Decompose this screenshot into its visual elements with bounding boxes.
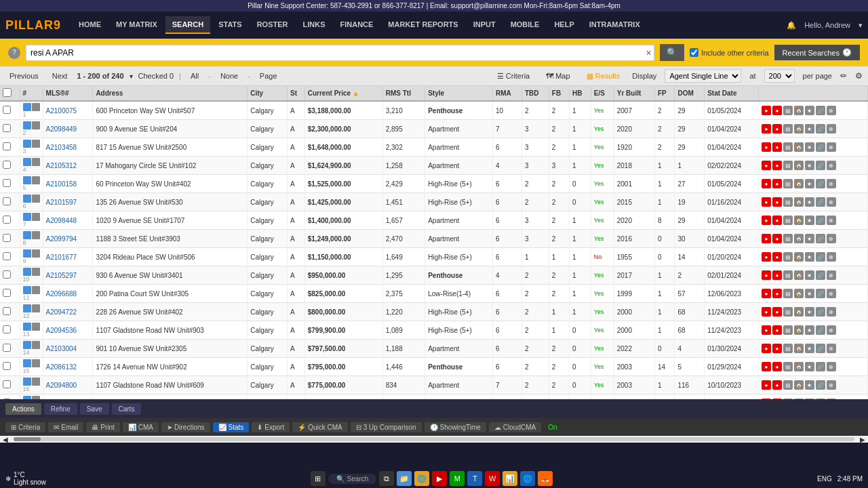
scrollbar-thumb[interactable] bbox=[14, 437, 41, 441]
photo-icon[interactable] bbox=[32, 378, 40, 386]
row-checkbox[interactable] bbox=[3, 325, 11, 333]
nav-home[interactable]: HOME bbox=[72, 16, 108, 34]
red-icon-1[interactable]: ● bbox=[762, 380, 771, 390]
gray-icon-3[interactable]: ★ bbox=[805, 380, 814, 390]
col-price[interactable]: Current Price bbox=[304, 86, 382, 101]
results-table-container[interactable]: # MLS®# Address City St Current Price RM… bbox=[0, 86, 868, 399]
red-icon-1[interactable]: ● bbox=[762, 106, 771, 115]
search-button[interactable]: 🔍 bbox=[660, 44, 684, 61]
red-icon-1[interactable]: ● bbox=[762, 289, 771, 298]
col-rma[interactable]: RMA bbox=[492, 86, 521, 101]
explorer-icon[interactable]: 📁 bbox=[397, 471, 412, 486]
col-fp[interactable]: FP bbox=[654, 86, 674, 101]
all-button[interactable]: All bbox=[186, 70, 203, 81]
app-icon-2[interactable]: M bbox=[450, 471, 465, 486]
mls-link[interactable]: A2105312 bbox=[46, 162, 77, 169]
gray-icon-3[interactable]: ★ bbox=[805, 344, 814, 353]
red-icon-1[interactable]: ● bbox=[762, 270, 771, 280]
mls-link[interactable]: A2096688 bbox=[46, 290, 77, 298]
row-checkbox-cell[interactable] bbox=[0, 101, 20, 120]
gray-icon-4[interactable]: 🔗 bbox=[816, 234, 825, 243]
photo-icon[interactable] bbox=[32, 341, 40, 349]
gray-icon[interactable]: ▤ bbox=[783, 142, 793, 152]
gray-icon-3[interactable]: ★ bbox=[805, 124, 814, 134]
gray-icon[interactable]: ▤ bbox=[783, 325, 793, 335]
house-icon[interactable] bbox=[23, 378, 31, 386]
browser-icon-1[interactable]: 🌐 bbox=[414, 471, 429, 486]
gray-icon-5[interactable]: ⊕ bbox=[827, 307, 836, 317]
nav-search[interactable]: SEARCH bbox=[165, 16, 210, 34]
row-checkbox-cell[interactable] bbox=[0, 230, 20, 248]
red-icon-2[interactable]: ● bbox=[772, 197, 782, 207]
mls-link[interactable]: A2103458 bbox=[46, 144, 77, 151]
house-icon[interactable] bbox=[23, 268, 31, 276]
col-style[interactable]: Style bbox=[425, 86, 493, 101]
gray-icon-4[interactable]: 🔗 bbox=[816, 380, 825, 390]
nav-roster[interactable]: ROSTER bbox=[250, 16, 295, 34]
row-checkbox[interactable] bbox=[3, 142, 11, 150]
photo-icon[interactable] bbox=[32, 158, 40, 166]
red-icon-1[interactable]: ● bbox=[762, 399, 771, 399]
col-tbd[interactable]: TBD bbox=[521, 86, 549, 101]
red-icon-1[interactable]: ● bbox=[762, 252, 771, 262]
gray-icon-4[interactable]: 🔗 bbox=[816, 216, 825, 225]
gear-icon[interactable]: ⚙ bbox=[855, 71, 863, 81]
scroll-right-icon[interactable]: ▶ bbox=[857, 436, 868, 443]
photo-icon[interactable] bbox=[32, 304, 40, 312]
gray-icon-2[interactable]: 🏠 bbox=[794, 325, 804, 335]
gray-icon-2[interactable]: 🏠 bbox=[794, 124, 804, 134]
map-tab[interactable]: 🗺 Map bbox=[542, 70, 574, 81]
red-icon-2[interactable]: ● bbox=[772, 289, 782, 298]
tool-showingtime[interactable]: 🕐 ShowingTime bbox=[425, 422, 486, 432]
row-checkbox-cell[interactable] bbox=[0, 358, 20, 376]
gray-icon-3[interactable]: ★ bbox=[805, 252, 814, 262]
bell-icon[interactable]: 🔔 bbox=[787, 21, 796, 30]
gray-icon-5[interactable]: ⊕ bbox=[827, 106, 836, 115]
row-checkbox[interactable] bbox=[3, 216, 11, 224]
recent-searches-button[interactable]: Recent Searches 🕐 bbox=[774, 45, 860, 60]
photo-icon[interactable] bbox=[32, 213, 40, 221]
row-checkbox[interactable] bbox=[3, 234, 11, 242]
page-count-arrow[interactable]: ▾ bbox=[130, 73, 133, 80]
row-checkbox[interactable] bbox=[3, 289, 11, 297]
tool-email[interactable]: ✉ Email bbox=[48, 422, 83, 432]
red-icon-2[interactable]: ● bbox=[772, 234, 782, 243]
search-clear-icon[interactable]: ✕ bbox=[646, 48, 652, 57]
nav-market-reports[interactable]: MARKET REPORTS bbox=[381, 16, 465, 34]
edit-icon[interactable]: ✏ bbox=[840, 71, 847, 81]
user-greeting[interactable]: Hello, Andrew bbox=[804, 21, 850, 29]
mls-link[interactable]: A2105297 bbox=[46, 272, 77, 279]
results-tab[interactable]: ▦ Results bbox=[583, 70, 625, 82]
photo-icon[interactable] bbox=[32, 249, 40, 258]
gray-icon-2[interactable]: 🏠 bbox=[794, 252, 804, 262]
tool-print[interactable]: 🖶 Print bbox=[86, 422, 120, 432]
photo-icon[interactable] bbox=[32, 268, 40, 276]
gray-icon-5[interactable]: ⊕ bbox=[827, 362, 836, 371]
photo-icon[interactable] bbox=[32, 323, 40, 331]
mls-link[interactable]: A2101677 bbox=[46, 253, 77, 261]
scroll-left-icon[interactable]: ◀ bbox=[0, 436, 11, 443]
nav-links[interactable]: LINKS bbox=[296, 16, 332, 34]
red-icon-1[interactable]: ● bbox=[762, 179, 771, 188]
gray-icon-4[interactable]: 🔗 bbox=[816, 179, 825, 188]
house-icon[interactable] bbox=[23, 396, 31, 399]
nav-mymatrix[interactable]: MY MATRIX bbox=[109, 16, 164, 34]
photo-icon[interactable] bbox=[32, 286, 40, 294]
gray-icon-5[interactable]: ⊕ bbox=[827, 179, 836, 188]
row-checkbox[interactable] bbox=[3, 344, 11, 352]
gray-icon-5[interactable]: ⊕ bbox=[827, 252, 836, 262]
row-checkbox-cell[interactable] bbox=[0, 321, 20, 340]
gray-icon-4[interactable]: 🔗 bbox=[816, 252, 825, 262]
app-icon-4[interactable]: W bbox=[485, 471, 500, 486]
help-icon[interactable]: ? bbox=[8, 47, 20, 59]
gray-icon-4[interactable]: 🔗 bbox=[816, 161, 825, 170]
mls-link[interactable]: A2098448 bbox=[46, 217, 77, 224]
photo-icon[interactable] bbox=[32, 140, 40, 148]
gray-icon[interactable]: ▤ bbox=[783, 124, 793, 134]
gray-icon[interactable]: ▤ bbox=[783, 362, 793, 371]
house-icon[interactable] bbox=[23, 121, 31, 129]
mls-link[interactable]: A2101597 bbox=[46, 199, 77, 206]
criteria-tab[interactable]: ☰ Criteria bbox=[493, 70, 534, 82]
row-checkbox[interactable] bbox=[3, 380, 11, 388]
gray-icon-3[interactable]: ★ bbox=[805, 197, 814, 207]
